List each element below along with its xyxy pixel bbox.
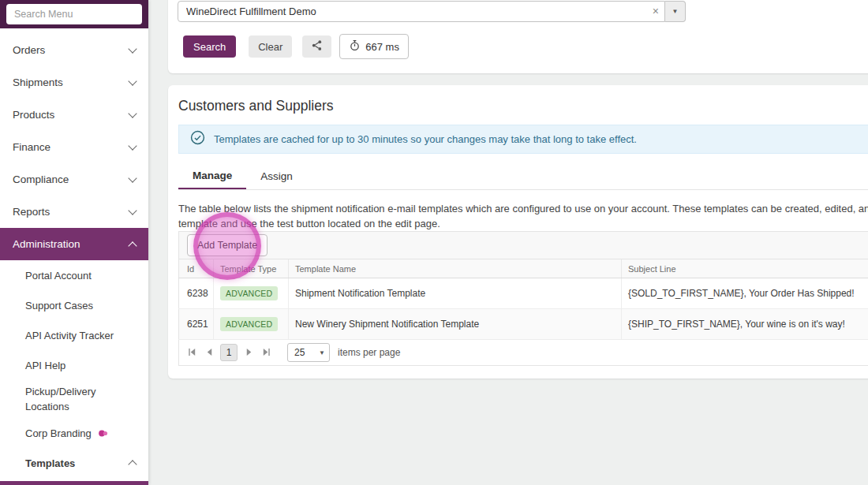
chevron-down-icon (128, 109, 137, 118)
share-button[interactable] (302, 35, 331, 58)
tab-assign[interactable]: Assign (246, 162, 307, 189)
chevron-up-icon (128, 460, 137, 468)
sidebar-item-label: API Activity Tracker (25, 330, 114, 341)
sidebar-item-products[interactable]: Products (0, 99, 148, 131)
search-button[interactable]: Search (183, 35, 236, 58)
sidebar-item-label: Reports (13, 206, 50, 218)
cell-template-name: New Winery Shipment Notification Templat… (289, 309, 622, 340)
template-type-badge: ADVANCED (220, 317, 278, 331)
sidebar-item-label: Portal Account (25, 270, 92, 282)
column-header-template-name[interactable]: Template Name (289, 259, 622, 278)
page-size-select[interactable]: 25 ▼ (287, 343, 330, 362)
sidebar-item-label: Products (13, 109, 54, 121)
templates-grid: Add Template Id Template Type Template N… (178, 231, 868, 366)
tab-manage[interactable]: Manage (178, 162, 246, 189)
items-per-page-label: items per page (338, 347, 400, 358)
sidebar-item-label: Shipments (13, 76, 63, 88)
template-type-badge: ADVANCED (220, 286, 278, 300)
sidebar: Orders Shipments Products Finance Compli… (0, 0, 148, 485)
cell-subject-line: {SHIP_TO_FIRST_NAME}, Your wine is on it… (622, 309, 868, 340)
grid-pager: 1 25 ▼ items per page (178, 340, 868, 366)
sidebar-item-administration[interactable]: Administration (0, 228, 148, 260)
sidebar-item-pickup-delivery-locations[interactable]: Pickup/Delivery Locations (0, 380, 148, 418)
sidebar-item-templates[interactable]: Templates (0, 448, 148, 478)
next-page-icon (245, 347, 253, 359)
sidebar-item-api-help[interactable]: API Help (0, 350, 148, 380)
sidebar-item-label: API Help (25, 360, 65, 371)
sidebar-item-finance[interactable]: Finance (0, 131, 148, 163)
sidebar-item-compliance[interactable]: Compliance (0, 163, 148, 196)
column-header-subject-line[interactable]: Subject Line (622, 259, 868, 278)
previous-page-button[interactable] (200, 344, 218, 361)
sidebar-item-portal-account[interactable]: Portal Account (0, 260, 148, 290)
timing-value: 667 ms (365, 41, 399, 53)
table-header-row: Id Template Type Template Name Subject L… (179, 259, 868, 278)
chevron-up-icon (128, 241, 137, 250)
account-combobox: × ▼ (178, 1, 686, 22)
previous-page-icon (205, 347, 214, 359)
cell-template-type: ADVANCED (214, 278, 289, 309)
administration-submenu: Portal Account Support Cases API Activit… (0, 260, 148, 478)
timing-badge: 667 ms (339, 34, 409, 59)
sidebar-item-label: Templates (25, 457, 75, 469)
page-number-button[interactable]: 1 (220, 344, 238, 361)
chevron-down-icon (128, 44, 137, 53)
check-circle-icon (190, 130, 205, 148)
sidebar-item-label: Pickup/Delivery Locations (25, 384, 117, 414)
sidebar-item-label: Finance (13, 141, 51, 153)
sidebar-item-orders[interactable]: Orders (0, 34, 148, 66)
tab-label: Assign (260, 170, 293, 182)
sidebar-item-label: Corp Branding (25, 427, 92, 439)
clear-value-icon[interactable]: × (653, 6, 659, 17)
chevron-down-icon: ▼ (319, 349, 325, 356)
chevron-down-icon (128, 141, 137, 150)
sidebar-item-shipments[interactable]: Shipments (0, 66, 148, 99)
cell-subject-line: {SOLD_TO_FIRST_NAME}, Your Order Has Shi… (622, 278, 868, 309)
chevron-down-icon (128, 173, 137, 182)
sidebar-item-support-cases[interactable]: Support Cases (0, 290, 148, 320)
sidebar-item-reports[interactable]: Reports (0, 196, 148, 228)
sidebar-selected-item-partial[interactable] (0, 481, 148, 485)
chevron-down-icon (128, 206, 137, 215)
search-panel: × ▼ Search Clear 667 ms (168, 0, 868, 73)
search-actions: Search Clear 667 ms (183, 34, 409, 59)
first-page-icon (188, 347, 196, 359)
account-combobox-input[interactable] (178, 1, 665, 22)
sidebar-item-label: Administration (13, 238, 80, 250)
sidebar-search-input[interactable] (6, 4, 142, 24)
corp-branding-icon (98, 428, 108, 438)
tab-strip: Manage Assign (178, 162, 868, 190)
tab-label: Manage (193, 170, 232, 181)
column-header-id[interactable]: Id (179, 259, 214, 278)
sidebar-menu: Orders Shipments Products Finance Compli… (0, 28, 148, 478)
add-template-button[interactable]: Add Template (187, 234, 268, 256)
sidebar-item-label: Compliance (13, 173, 69, 185)
table-row[interactable]: 6251 ADVANCED New Winery Shipment Notifi… (179, 309, 868, 340)
sidebar-item-api-activity-tracker[interactable]: API Activity Tracker (0, 320, 148, 350)
info-banner: Templates are cached for up to 30 minute… (178, 125, 868, 154)
share-icon (311, 39, 323, 54)
description-line: template and use the test button located… (178, 216, 868, 231)
next-page-button[interactable] (240, 344, 257, 361)
description-line: The table below lists the shipment notif… (178, 201, 868, 216)
chevron-down-icon (128, 76, 137, 85)
first-page-button[interactable] (183, 344, 200, 361)
templates-table: Id Template Type Template Name Subject L… (178, 259, 868, 340)
last-page-button[interactable] (257, 344, 275, 361)
cell-template-type: ADVANCED (214, 309, 289, 340)
cell-template-name: Shipment Notification Template (289, 278, 622, 309)
stopwatch-icon (349, 39, 361, 54)
cell-id: 6251 (179, 309, 214, 340)
last-page-icon (262, 347, 271, 359)
banner-text: Templates are cached for up to 30 minute… (214, 133, 637, 145)
sidebar-item-corp-branding[interactable]: Corp Branding (0, 418, 148, 448)
sidebar-item-label: Orders (13, 44, 45, 56)
page-size-value: 25 (294, 347, 305, 358)
clear-button[interactable]: Clear (249, 35, 292, 58)
content-panel: Customers and Suppliers Templates are ca… (168, 85, 868, 379)
table-row[interactable]: 6238 ADVANCED Shipment Notification Temp… (179, 278, 868, 309)
column-header-template-type[interactable]: Template Type (214, 259, 289, 278)
combobox-dropdown-button[interactable]: ▼ (665, 1, 686, 22)
cell-id: 6238 (179, 278, 214, 309)
grid-toolbar: Add Template (178, 231, 868, 259)
